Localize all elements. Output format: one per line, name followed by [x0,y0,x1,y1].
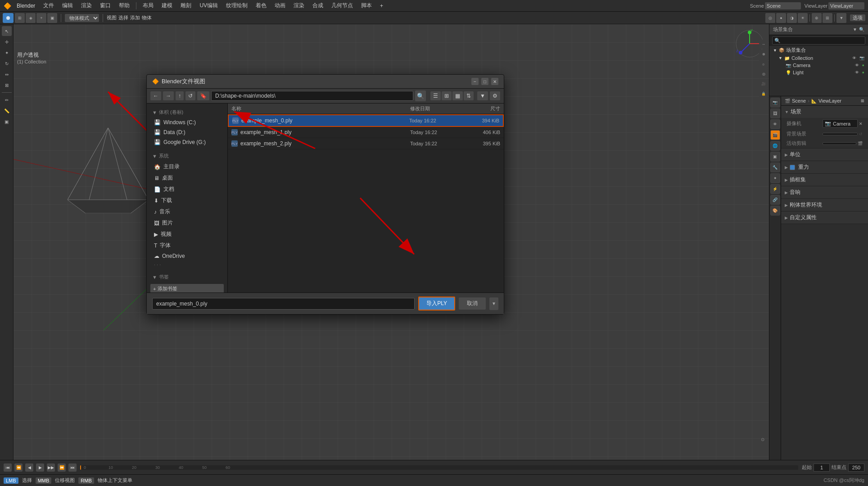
add-bookmark-btn[interactable]: + 添加书签 [150,284,224,292]
eye-icon-light[interactable]: 👁 [855,70,859,75]
options-btn[interactable]: ▼ [836,13,846,23]
timeline-track[interactable]: 0 10 20 30 40 50 60 [80,465,798,470]
vp-tool-3[interactable]: ☼ [759,59,768,68]
grid-view-btn[interactable]: ⊞ [442,91,452,100]
play-next-frame-btn[interactable]: ▶▶ [47,464,55,472]
object-mode-icon[interactable] [3,13,14,23]
render-icon-camera[interactable]: ● [862,63,864,68]
nav-back-btn[interactable]: ← [150,91,161,100]
prop-render-icon[interactable]: 📷 [770,98,780,108]
render-icon-collection[interactable]: 📷 [859,56,864,60]
start-frame-input[interactable]: 1 [814,464,830,472]
filename-input[interactable] [152,298,415,310]
vp-tool-2[interactable]: ⊕ [759,50,768,58]
nav-music[interactable]: ♪ 音乐 [147,206,227,217]
scene-section-header[interactable]: ▼ 场景 [781,106,868,118]
search-icon[interactable]: 🔍 [859,27,864,32]
add-menu[interactable]: 添加 [130,14,140,21]
col-date-header[interactable]: 修改日期 [410,105,464,112]
path-input[interactable] [211,91,413,101]
obj-btn[interactable]: ▣ [47,13,57,23]
outliner-collection[interactable]: ▼ 📁 Collection 👁 📷 [769,54,868,62]
vp-tool-1[interactable]: ↔ [759,40,768,49]
menu-plus[interactable]: + [376,2,387,10]
object-mode-select[interactable]: 物体模式 [65,14,99,22]
prop-constraints-icon[interactable]: 🔗 [770,195,780,205]
nav-videos[interactable]: ▶ 视频 [147,229,227,240]
prop-modifier-icon[interactable]: 🔧 [770,162,780,172]
eye-icon-camera[interactable]: 👁 [855,63,859,68]
echo-section-header[interactable]: ▶ 音响 [781,186,868,198]
outliner-search-input[interactable] [772,36,865,45]
nav-bookmark-btn[interactable]: 🔖 [197,91,209,100]
list-view-btn[interactable]: ☰ [430,91,441,100]
overlay-btn[interactable]: ⊞ [823,13,832,23]
shading-wireframe-btn[interactable]: ◎ [765,13,775,23]
menu-render2[interactable]: 渲染 [290,1,308,10]
menu-shading[interactable]: 着色 [252,1,270,10]
tool-move[interactable]: ✦ [2,48,12,58]
nav-forward-btn[interactable]: → [163,91,174,100]
object-menu[interactable]: 物体 [142,14,152,21]
sort-btn[interactable]: ⇅ [464,91,474,100]
end-frame-input[interactable]: 250 [848,464,864,472]
menu-sculpt[interactable]: 雕刻 [177,1,195,10]
tool-transform[interactable]: ⊠ [2,80,12,90]
menu-layout[interactable]: 布局 [139,1,157,10]
filter-icon[interactable]: ▼ [853,27,857,32]
file-item-2[interactable]: PLY example_mesh_2.ply Today 16:22 395 K… [228,138,504,149]
import-ply-btn[interactable]: 导入PLY [418,297,455,310]
gravity-section-header[interactable]: ▶ 重力 [781,161,868,173]
collections-section-header[interactable]: ▶ 插框集 [781,174,868,186]
nav-desktop[interactable]: 🖥 桌面 [147,172,227,184]
menu-edit[interactable]: 编辑 [59,1,77,10]
prop-physics-icon[interactable]: ⚡ [770,184,780,194]
vp-tool-5[interactable]: 🎥 [759,79,768,88]
camera-value[interactable]: 📷 Camera [823,119,858,128]
bg-refresh-icon[interactable]: ↺ [859,132,863,136]
menu-geo-nodes[interactable]: 几何节点 [328,1,357,10]
dialog-minimize-btn[interactable]: − [471,78,479,85]
prop-particles-icon[interactable]: ✦ [770,173,780,183]
prop-object-icon[interactable]: ▣ [770,152,780,162]
tool-cursor[interactable]: ✛ [2,37,12,47]
render-icon-light[interactable]: ● [862,70,864,75]
shading-material-btn[interactable]: ◑ [787,13,797,23]
nav-windows-c[interactable]: 💾 Windows (C:) [147,117,227,127]
tiles-view-btn[interactable]: ▦ [452,91,463,100]
shading-solid-btn[interactable]: ● [776,13,786,23]
unit-section-header[interactable]: ▶ 单位 [781,148,868,161]
menu-window[interactable]: 窗口 [96,1,114,10]
vp-tool-4[interactable]: ◎ [759,69,768,78]
play-prev-frame-btn[interactable]: ◀ [25,464,33,472]
menu-uv[interactable]: UV编辑 [196,1,222,10]
settings-btn[interactable]: ⚙ [490,91,500,100]
tool-select[interactable]: ↖ [2,26,12,36]
footer-arrow-down-btn[interactable]: ▼ [489,297,498,310]
nav-documents[interactable]: 📄 文档 [147,184,227,195]
view-menu[interactable]: 视图 [107,14,117,21]
col-name-header[interactable]: 名称 [231,105,321,112]
active-clip-value[interactable] [823,142,856,145]
nav-up-btn[interactable]: ↑ [176,91,184,100]
menu-help[interactable]: 帮助 [115,1,133,10]
play-btn[interactable]: ▶ [36,464,44,472]
menu-render[interactable]: 渲染 [77,1,95,10]
tool-scale[interactable]: ⇔ [2,69,12,79]
play-prev-btn[interactable]: ⏪ [14,464,23,472]
outliner-camera[interactable]: 📷 Camera 👁 ● [769,62,868,69]
prop-world-icon[interactable]: 🌐 [770,141,780,151]
rigid-world-header[interactable]: ▶ 刚体世界环境 [781,199,868,211]
nav-pictures[interactable]: 🖼 图片 [147,217,227,229]
menu-animation[interactable]: 动画 [271,1,289,10]
nav-downloads[interactable]: ⬇ 下载 [147,195,227,206]
tool-add[interactable]: ▣ [2,117,12,126]
nav-fonts[interactable]: T 字体 [147,240,227,251]
scene-dropdown[interactable]: Scene [765,2,801,9]
nav-refresh-btn[interactable]: ↺ [185,91,195,100]
filter-btn[interactable]: ▼ [477,91,488,100]
menu-composite[interactable]: 合成 [309,1,327,10]
prop-output-icon[interactable]: 🖼 [770,108,780,118]
cancel-btn[interactable]: 取消 [459,297,486,310]
props-expand-icon[interactable]: ⊞ [861,99,864,103]
